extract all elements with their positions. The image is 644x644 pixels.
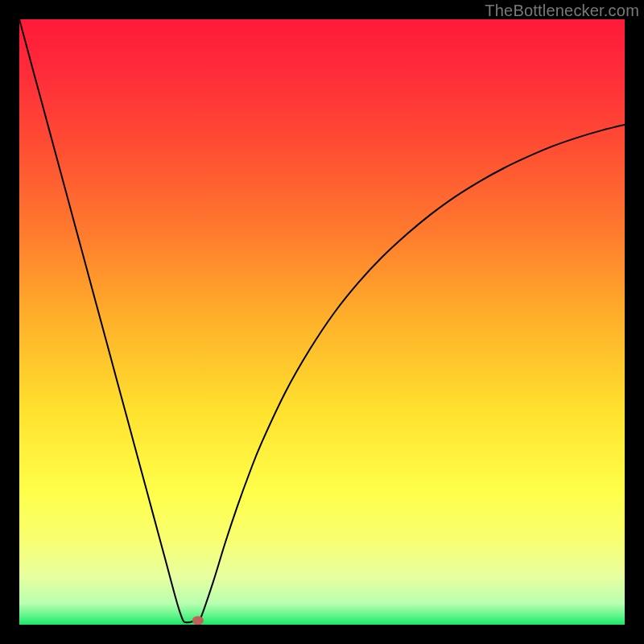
chart-svg [19,19,625,625]
chart-frame: TheBottlenecker.com [0,0,644,644]
credit-label: TheBottlenecker.com [485,2,639,20]
optimal-marker [192,616,204,625]
plot-area [19,19,625,625]
gradient-background [19,19,625,625]
